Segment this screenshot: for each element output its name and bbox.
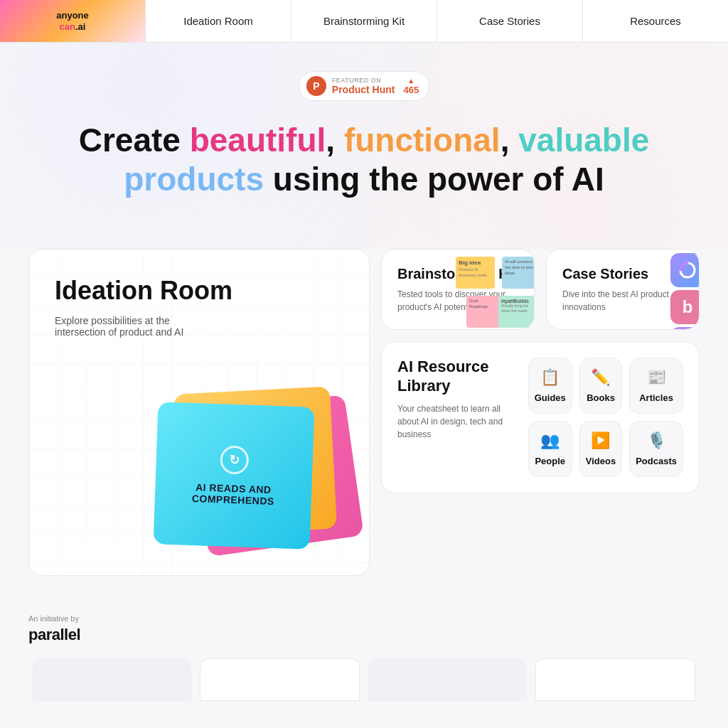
deco-block-1 — [33, 658, 191, 701]
ph-arrow-icon: ▲ — [407, 77, 414, 85]
app-icon-2: b — [670, 290, 700, 324]
ph-votes: ▲ 465 — [403, 77, 419, 95]
people-label: People — [535, 456, 565, 466]
library-item-people[interactable]: 👥 People — [528, 421, 572, 477]
ideation-room-card[interactable]: Ideation Room Explore possibilities at t… — [28, 249, 370, 576]
podcasts-icon: 🎙️ — [647, 432, 666, 450]
app-icon-3 — [670, 327, 700, 330]
hero-section: P FEATURED ON Product Hunt ▲ 465 Create … — [0, 43, 728, 249]
app-icon-1 — [670, 253, 700, 287]
guides-label: Guides — [535, 392, 566, 403]
right-column: Brainstorming Kit Tested tools to discov… — [381, 249, 700, 576]
library-title: AI Resource Library — [397, 358, 514, 395]
nav-resources[interactable]: Resources — [582, 0, 728, 42]
brainstorming-kit-card[interactable]: Brainstorming Kit Tested tools to discov… — [381, 249, 535, 330]
videos-label: Videos — [586, 456, 616, 466]
library-item-guides[interactable]: 📋 Guides — [528, 358, 572, 414]
library-left-panel: AI Resource Library Your cheatsheet to l… — [397, 358, 514, 477]
case-title: Case Stories — [562, 265, 683, 282]
cards-section: Ideation Room Explore possibilities at t… — [0, 249, 728, 597]
navbar: anyonecan.ai Ideation Room Brainstorming… — [0, 0, 728, 43]
sticky-note-1: Big Idea Product AI discovery tools — [456, 257, 495, 289]
videos-icon: ▶️ — [591, 432, 610, 450]
articles-label: Articles — [639, 392, 673, 403]
top-cards-row: Brainstorming Kit Tested tools to discov… — [381, 249, 700, 330]
logo-text: anyonecan.ai — [56, 10, 89, 32]
ph-logo-icon: P — [306, 76, 326, 96]
deco-block-4 — [535, 658, 695, 701]
card-stack: ↻ AI READS AND COMPREHENDS — [141, 362, 355, 561]
sticky-note-2: AI will connect the dots to test ideas — [502, 257, 535, 289]
nav-ideation-room[interactable]: Ideation Room — [145, 0, 291, 42]
product-hunt-badge[interactable]: P FEATURED ON Product Hunt ▲ 465 — [299, 71, 429, 101]
nav-items: Ideation Room Brainstorming Kit Case Sto… — [145, 0, 728, 42]
ideation-title: Ideation Room — [55, 275, 343, 306]
articles-icon: 📰 — [647, 368, 666, 387]
footer: An initiative by parallel — [0, 597, 728, 651]
sticky-notes-decoration: Big Idea Product AI discovery tools AI w… — [456, 257, 535, 330]
ph-featured-label: FEATURED ON — [332, 77, 381, 84]
people-icon: 👥 — [540, 432, 560, 450]
library-item-podcasts[interactable]: 🎙️ Podcasts — [629, 421, 683, 477]
deco-block-2 — [200, 658, 360, 701]
logo[interactable]: anyonecan.ai — [0, 0, 145, 42]
ai-resource-library-card: AI Resource Library Your cheatsheet to l… — [381, 341, 700, 493]
deco-block-3 — [368, 658, 527, 701]
case-description: Dive into the best AI product innovation… — [562, 288, 683, 314]
library-item-videos[interactable]: ▶️ Videos — [579, 421, 622, 477]
nav-case-stories[interactable]: Case Stories — [437, 0, 582, 42]
books-icon: ✏️ — [591, 368, 610, 387]
library-item-articles[interactable]: 📰 Articles — [629, 358, 683, 414]
ideation-description: Explore possibilities at the intersectio… — [55, 315, 197, 338]
nav-brainstorming-kit[interactable]: Brainstorming Kit — [291, 0, 437, 42]
hero-headline: Create beautiful, functional, valuable p… — [58, 121, 670, 199]
initiative-label: An initiative by — [28, 614, 700, 623]
bottom-decoration — [0, 658, 728, 701]
library-description: Your cheatsheet to learn all about AI in… — [397, 402, 511, 441]
company-logo: parallel — [28, 626, 700, 644]
card-stack-text: AI READS AND COMPREHENDS — [162, 481, 305, 508]
ph-text-block: FEATURED ON Product Hunt — [332, 77, 395, 95]
library-items-grid: 📋 Guides ✏️ Books 📰 Articles 👥 People ▶️ — [528, 358, 683, 477]
sticky-note-4: HyattBuilds Visually bring the ideas tha… — [498, 296, 535, 328]
stack-card-teal: ↻ AI READS AND COMPREHENDS — [154, 402, 315, 550]
app-icons-decoration: b — [670, 253, 700, 330]
card-illustration: ↻ AI READS AND COMPREHENDS — [141, 348, 370, 575]
books-label: Books — [587, 392, 615, 403]
guides-icon: 📋 — [540, 368, 560, 387]
case-stories-card[interactable]: Case Stories Dive into the best AI produ… — [546, 249, 700, 330]
podcasts-label: Podcasts — [636, 456, 677, 466]
ph-vote-count: 465 — [403, 85, 419, 95]
ph-product-name: Product Hunt — [332, 84, 395, 95]
library-item-books[interactable]: ✏️ Books — [579, 358, 622, 414]
card-icon-circle: ↻ — [220, 446, 249, 475]
